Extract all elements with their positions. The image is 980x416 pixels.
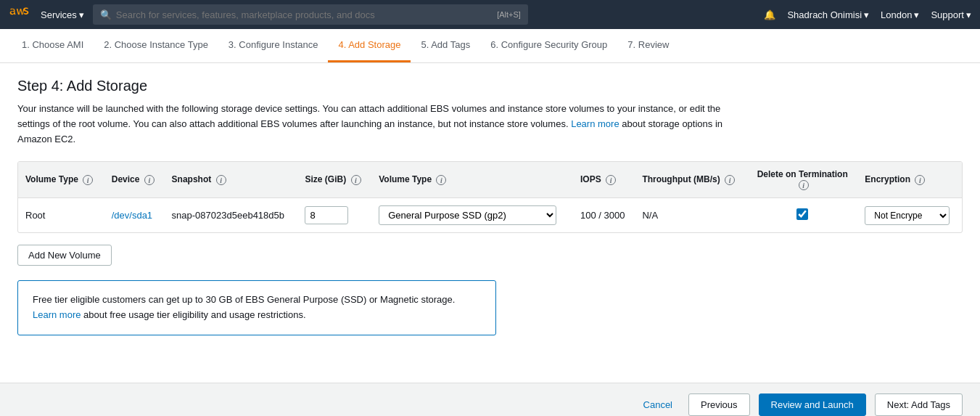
- review-and-launch-button[interactable]: Review and Launch: [759, 393, 866, 416]
- volume-type-info-icon[interactable]: i: [83, 175, 93, 185]
- top-navigation: Services ▾ 🔍 [Alt+S] 🔔 Shadrach Onimisi …: [0, 0, 980, 29]
- storage-table-wrap: Volume Type i Device i Snapshot i Size (…: [17, 161, 963, 233]
- info-box-text1: Free tier eligible customers can get up …: [33, 294, 455, 305]
- delete-info-icon[interactable]: i: [799, 180, 809, 190]
- region-label: London: [881, 9, 912, 20]
- device-link[interactable]: /dev/sda1: [112, 210, 152, 221]
- previous-button[interactable]: Previous: [688, 393, 750, 416]
- row-delete[interactable]: [747, 198, 857, 233]
- delete-on-termination-checkbox[interactable]: [796, 208, 808, 220]
- row-snapshot: snap-087023d5eeb418d5b: [165, 198, 298, 233]
- region-chevron-icon: ▾: [914, 9, 919, 20]
- tab-configure-security-group[interactable]: 6. Configure Security Group: [480, 29, 617, 62]
- next-add-tags-button[interactable]: Next: Add Tags: [875, 393, 963, 416]
- volume-type-select[interactable]: General Purpose SSD (gp2) Provisioned IO…: [379, 205, 556, 225]
- size-info-icon[interactable]: i: [351, 175, 361, 185]
- col-header-delete: Delete on Termination i: [747, 162, 857, 197]
- step-description: Your instance will be launched with the …: [17, 102, 728, 147]
- tab-configure-instance[interactable]: 3. Configure Instance: [218, 29, 329, 62]
- row-throughput: N/A: [635, 198, 747, 233]
- col-header-size: Size (GiB) i: [297, 162, 371, 197]
- size-input[interactable]: [305, 206, 348, 224]
- tab-add-tags[interactable]: 5. Add Tags: [411, 29, 480, 62]
- search-icon: 🔍: [100, 9, 112, 20]
- services-menu[interactable]: Services ▾: [41, 9, 84, 20]
- device-info-icon[interactable]: i: [144, 175, 155, 185]
- snapshot-info-icon[interactable]: i: [216, 175, 226, 185]
- search-bar[interactable]: 🔍 [Alt+S]: [93, 4, 528, 25]
- col-header-encryption: Encryption i: [857, 162, 962, 197]
- col-header-vol-type: Volume Type i: [371, 162, 573, 197]
- search-shortcut: [Alt+S]: [497, 10, 521, 19]
- tab-choose-instance-type[interactable]: 2. Choose Instance Type: [94, 29, 218, 62]
- free-tier-info-box: Free tier eligible customers can get up …: [17, 280, 496, 335]
- learn-more-link[interactable]: Learn more: [571, 118, 619, 129]
- username: Shadrach Onimisi: [787, 9, 862, 20]
- row-size[interactable]: [297, 198, 371, 233]
- wizard-tabs: 1. Choose AMI 2. Choose Instance Type 3.…: [0, 29, 980, 63]
- throughput-info-icon[interactable]: i: [725, 175, 735, 185]
- user-chevron-icon: ▾: [864, 9, 869, 20]
- row-iops: 100 / 3000: [573, 198, 635, 233]
- vol-type-info-icon[interactable]: i: [436, 175, 446, 185]
- tab-choose-ami[interactable]: 1. Choose AMI: [12, 29, 94, 62]
- row-vol-type[interactable]: General Purpose SSD (gp2) Provisioned IO…: [371, 198, 573, 233]
- notifications-icon[interactable]: 🔔: [764, 9, 775, 20]
- page-footer: Cancel Previous Review and Launch Next: …: [0, 383, 980, 416]
- support-menu[interactable]: Support ▾: [931, 9, 971, 20]
- col-header-throughput: Throughput (MB/s) i: [635, 162, 747, 197]
- row-volume-type: Root: [18, 198, 104, 233]
- table-row: Root /dev/sda1 snap-087023d5eeb418d5b Ge…: [18, 198, 962, 233]
- nav-right: 🔔 Shadrach Onimisi ▾ London ▾ Support ▾: [764, 9, 971, 20]
- info-box-learn-more-link[interactable]: Learn more: [33, 309, 81, 320]
- support-chevron-icon: ▾: [966, 9, 971, 20]
- iops-info-icon[interactable]: i: [606, 175, 616, 185]
- col-header-snapshot: Snapshot i: [165, 162, 298, 197]
- add-new-volume-button[interactable]: Add New Volume: [17, 245, 112, 266]
- services-label: Services: [41, 9, 77, 20]
- storage-table: Volume Type i Device i Snapshot i Size (…: [18, 162, 962, 232]
- main-content: Step 4: Add Storage Your instance will b…: [0, 63, 980, 383]
- page-title: Step 4: Add Storage: [17, 78, 963, 94]
- col-header-volume-type: Volume Type i: [18, 162, 104, 197]
- user-menu[interactable]: Shadrach Onimisi ▾: [787, 9, 869, 20]
- region-menu[interactable]: London ▾: [881, 9, 919, 20]
- search-input[interactable]: [116, 9, 493, 20]
- aws-logo[interactable]: [9, 7, 32, 22]
- col-header-device: Device i: [104, 162, 165, 197]
- support-label: Support: [931, 9, 964, 20]
- tab-add-storage[interactable]: 4. Add Storage: [328, 29, 411, 62]
- cancel-button[interactable]: Cancel: [636, 395, 680, 415]
- services-chevron-icon: ▾: [79, 9, 84, 20]
- col-header-iops: IOPS i: [573, 162, 635, 197]
- row-device: /dev/sda1: [104, 198, 165, 233]
- info-box-text2: about free usage tier eligibility and us…: [83, 309, 305, 320]
- row-encryption[interactable]: Not Encrype aws/ebs Custom: [857, 198, 962, 233]
- encryption-info-icon[interactable]: i: [915, 175, 925, 185]
- encryption-select[interactable]: Not Encrype aws/ebs Custom: [865, 206, 950, 225]
- tab-review[interactable]: 7. Review: [617, 29, 679, 62]
